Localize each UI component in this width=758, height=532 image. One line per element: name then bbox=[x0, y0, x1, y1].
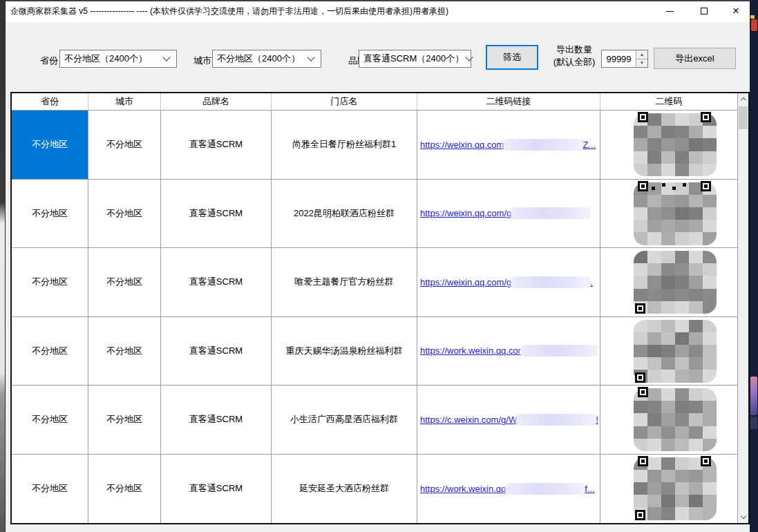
province-dropdown[interactable]: 不分地区（2400个） bbox=[59, 50, 177, 68]
cell-city[interactable]: 不分地区 bbox=[88, 180, 161, 248]
scroll-up-button[interactable] bbox=[738, 93, 748, 105]
desktop-icon bbox=[750, 15, 755, 19]
censored-blur bbox=[518, 414, 595, 426]
cell-brand[interactable]: 直客通SCRM bbox=[161, 455, 272, 524]
cell-store[interactable]: 重庆天赐华汤温泉粉丝福利群 bbox=[272, 317, 417, 386]
cell-brand[interactable]: 直客通SCRM bbox=[161, 111, 272, 179]
table-header-row: 省份 城市 品牌名 门店名 二维码链接 二维码 bbox=[12, 93, 737, 111]
header-city[interactable]: 城市 bbox=[88, 93, 161, 110]
header-qr-link[interactable]: 二维码链接 bbox=[417, 93, 600, 110]
cell-qr-image[interactable] bbox=[600, 455, 737, 524]
close-icon: × bbox=[732, 6, 739, 17]
province-label: 省份 bbox=[40, 55, 58, 67]
table-row: 不分地区 不分地区 直客通SCRM 重庆天赐华汤温泉粉丝福利群 https://… bbox=[12, 317, 737, 386]
cell-store[interactable]: 尚雅全日餐厅粉丝福利群1 bbox=[272, 111, 417, 179]
city-dropdown[interactable]: 不分地区（2400个） bbox=[212, 50, 321, 68]
cell-city[interactable]: 不分地区 bbox=[88, 111, 161, 179]
censored-blur bbox=[504, 139, 582, 151]
cell-brand[interactable]: 直客通SCRM bbox=[161, 386, 272, 454]
censored-blur bbox=[522, 345, 598, 357]
cell-brand[interactable]: 直客通SCRM bbox=[161, 248, 272, 316]
stepper-up-button[interactable]: ▲ bbox=[636, 50, 647, 59]
cell-qr-link: https://work.weixin.qq.cor bbox=[417, 317, 600, 386]
censored-blur bbox=[512, 207, 589, 219]
scrollbar-thumb[interactable] bbox=[739, 106, 748, 129]
qr-code-image bbox=[634, 457, 717, 520]
desktop-background-left bbox=[0, 0, 5, 532]
table-row: 不分地区 不分地区 直客通SCRM 2022昆明柏联酒店粉丝群 https://… bbox=[12, 180, 737, 249]
cell-qr-image[interactable] bbox=[600, 180, 737, 248]
qr-link[interactable]: https://weixin.qq.com/g. bbox=[420, 276, 593, 288]
title-bar[interactable]: 企微商家群采集器 v5 ---------------- ---- (本软件仅供… bbox=[6, 1, 750, 22]
cell-brand[interactable]: 直客通SCRM bbox=[161, 180, 272, 248]
cell-city[interactable]: 不分地区 bbox=[88, 386, 161, 454]
desktop-wallpaper-fragment bbox=[750, 377, 757, 415]
qr-link[interactable]: https://weixin.qq.comZ... bbox=[420, 139, 596, 151]
cell-province[interactable]: 不分地区 bbox=[12, 180, 88, 248]
brand-dropdown-value: 直客通SCRM（2400个） bbox=[359, 53, 464, 65]
cell-store[interactable]: 唯爱主题餐厅官方粉丝群 bbox=[272, 248, 417, 316]
brand-dropdown[interactable]: 直客通SCRM（2400个） bbox=[359, 50, 471, 68]
province-dropdown-value: 不分地区（2400个） bbox=[60, 53, 161, 65]
qr-link-tail: f... bbox=[585, 484, 594, 494]
maximize-button[interactable] bbox=[692, 1, 716, 21]
triangle-up-icon: ▲ bbox=[640, 53, 644, 57]
qr-link-tail: . bbox=[590, 277, 593, 287]
cell-brand[interactable]: 直客通SCRM bbox=[161, 317, 272, 386]
cell-store[interactable]: 延安延圣大酒店粉丝群 bbox=[272, 455, 417, 524]
cell-province[interactable]: 不分地区 bbox=[12, 248, 88, 316]
stepper-down-button[interactable]: ▼ bbox=[636, 59, 647, 68]
vertical-scrollbar[interactable] bbox=[737, 93, 748, 523]
cell-province[interactable]: 不分地区 bbox=[12, 111, 88, 179]
qr-code-image bbox=[634, 113, 717, 176]
filter-button[interactable]: 筛选 bbox=[486, 45, 538, 70]
cell-qr-link: https://weixin.qq.com/g bbox=[417, 180, 600, 248]
cell-store[interactable]: 2022昆明柏联酒店粉丝群 bbox=[272, 180, 417, 248]
header-brand[interactable]: 品牌名 bbox=[161, 93, 272, 110]
city-dropdown-value: 不分地区（2400个） bbox=[213, 53, 305, 65]
header-qr[interactable]: 二维码 bbox=[600, 93, 737, 110]
cell-qr-image[interactable] bbox=[600, 317, 737, 386]
cell-city[interactable]: 不分地区 bbox=[88, 317, 161, 386]
desktop-background-right bbox=[750, 0, 758, 532]
export-count-label: 导出数量 (默认全部) bbox=[544, 44, 605, 68]
cell-province[interactable]: 不分地区 bbox=[12, 455, 88, 524]
qr-link-tail: Z... bbox=[582, 140, 596, 150]
close-button[interactable]: × bbox=[724, 1, 748, 21]
cell-store[interactable]: 小生活广西高星酒店福利群 bbox=[272, 386, 417, 454]
scroll-down-button[interactable] bbox=[738, 511, 748, 523]
cell-qr-image[interactable] bbox=[600, 248, 737, 316]
chevron-down-icon bbox=[162, 53, 170, 61]
export-count-label-line2: (默认全部) bbox=[544, 56, 605, 68]
cell-qr-image[interactable] bbox=[600, 386, 737, 454]
cell-city[interactable]: 不分地区 bbox=[88, 248, 161, 316]
chevron-down-icon bbox=[307, 53, 314, 61]
minimize-icon bbox=[666, 11, 674, 12]
qr-link-visible-text: https://weixin.qq.com/g bbox=[420, 208, 511, 218]
minimize-button[interactable] bbox=[658, 1, 681, 21]
header-province[interactable]: 省份 bbox=[12, 93, 88, 110]
header-store[interactable]: 门店名 bbox=[272, 93, 417, 110]
screen: 企微商家群采集器 v5 ---------------- ---- (本软件仅供… bbox=[0, 0, 758, 532]
qr-link-visible-text: https://weixin.qq.com bbox=[420, 140, 504, 150]
qr-code-image bbox=[634, 388, 717, 451]
cell-province[interactable]: 不分地区 bbox=[12, 386, 88, 454]
qr-link-visible-text: https://c.weixin.com/g/W bbox=[420, 415, 517, 425]
censored-blur bbox=[512, 276, 589, 288]
cell-city[interactable]: 不分地区 bbox=[88, 455, 161, 524]
triangle-down-icon: ▼ bbox=[640, 61, 644, 65]
qr-link[interactable]: https://work.weixin.qq.cor bbox=[420, 345, 598, 357]
qr-link[interactable]: https://weixin.qq.com/g bbox=[420, 207, 590, 219]
export-excel-button[interactable]: 导出excel bbox=[654, 48, 736, 69]
stepper-buttons: ▲ ▼ bbox=[636, 50, 647, 67]
table-row: 不分地区 不分地区 直客通SCRM 尚雅全日餐厅粉丝福利群1 https://w… bbox=[12, 111, 737, 180]
chevron-down-icon bbox=[466, 53, 473, 61]
qr-link-visible-text: https://weixin.qq.com/g bbox=[420, 277, 511, 287]
cell-qr-image[interactable] bbox=[600, 111, 737, 179]
qr-link[interactable]: https://c.weixin.com/g/W! bbox=[420, 414, 598, 426]
cell-province[interactable]: 不分地区 bbox=[12, 317, 88, 386]
table-row: 不分地区 不分地区 直客通SCRM 小生活广西高星酒店福利群 https://c… bbox=[12, 386, 737, 455]
qr-code-image bbox=[634, 251, 717, 314]
qr-link[interactable]: https://work.weixin.qqf... bbox=[420, 483, 595, 495]
export-count-stepper[interactable]: 99999 ▲ ▼ bbox=[601, 50, 648, 68]
